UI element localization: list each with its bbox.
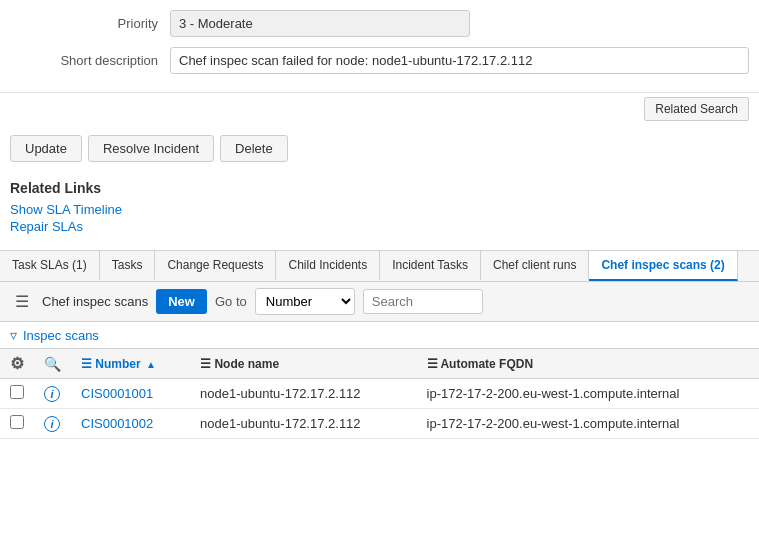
row-node-name-cell: node1-ubuntu-172.17.2.112 [190, 379, 416, 409]
short-description-row: Short description [0, 47, 759, 74]
row-checkbox-cell [0, 409, 34, 439]
gear-icon[interactable]: ⚙ [10, 355, 24, 372]
table-row: i CIS0001001 node1-ubuntu-172.17.2.112 i… [0, 379, 759, 409]
row-number-link-0[interactable]: CIS0001001 [81, 386, 153, 401]
row-info-cell: i [34, 409, 71, 439]
tab-task-slas[interactable]: Task SLAs (1) [0, 251, 100, 281]
table-header-row: ⚙ 🔍 ☰ Number ▲ ☰ Node name ☰ Automate FQ… [0, 349, 759, 379]
delete-button[interactable]: Delete [220, 135, 288, 162]
short-description-label: Short description [10, 53, 170, 68]
tab-chef-inspec-scans[interactable]: Chef inspec scans (2) [589, 251, 737, 281]
automate-fqdn-column-label: Automate FQDN [440, 357, 533, 371]
action-buttons: Update Resolve Incident Delete [0, 125, 759, 174]
goto-label: Go to [215, 294, 247, 309]
tab-incident-tasks[interactable]: Incident Tasks [380, 251, 481, 281]
number-column-header[interactable]: ☰ Number ▲ [71, 349, 190, 379]
filter-label: Inspec scans [23, 328, 99, 343]
goto-select[interactable]: Number Name ID [255, 288, 355, 315]
row-number-cell: CIS0001001 [71, 379, 190, 409]
short-description-input[interactable] [170, 47, 749, 74]
priority-label: Priority [10, 16, 170, 31]
tab-tasks[interactable]: Tasks [100, 251, 156, 281]
row-checkbox-0[interactable] [10, 385, 24, 399]
row-number-cell: CIS0001002 [71, 409, 190, 439]
related-search-button[interactable]: Related Search [644, 97, 749, 121]
tab-toolbar-label: Chef inspec scans [42, 294, 148, 309]
data-table: ⚙ 🔍 ☰ Number ▲ ☰ Node name ☰ Automate FQ… [0, 348, 759, 439]
search-input[interactable] [363, 289, 483, 314]
node-name-column-header: ☰ Node name [190, 349, 416, 379]
filter-icon[interactable]: ▿ [10, 327, 17, 343]
form-section: Priority Short description [0, 0, 759, 92]
table-row: i CIS0001002 node1-ubuntu-172.17.2.112 i… [0, 409, 759, 439]
number-column-label: Number [95, 357, 140, 371]
tab-toolbar: ☰ Chef inspec scans New Go to Number Nam… [0, 282, 759, 322]
repair-slas-link[interactable]: Repair SLAs [10, 219, 749, 234]
search-icon[interactable]: 🔍 [44, 356, 61, 372]
row-checkbox-1[interactable] [10, 415, 24, 429]
priority-input[interactable] [170, 10, 470, 37]
related-search-bar: Related Search [0, 92, 759, 125]
show-sla-timeline-link[interactable]: Show SLA Timeline [10, 202, 749, 217]
sort-arrow-icon: ▲ [146, 359, 156, 370]
row-checkbox-cell [0, 379, 34, 409]
new-button[interactable]: New [156, 289, 207, 314]
filter-row: ▿ Inspec scans [0, 322, 759, 348]
node-name-column-label: Node name [214, 357, 279, 371]
info-icon-1[interactable]: i [44, 416, 60, 432]
tab-chef-client-runs[interactable]: Chef client runs [481, 251, 589, 281]
related-links-section: Related Links Show SLA Timeline Repair S… [0, 174, 759, 246]
priority-row: Priority [0, 10, 759, 37]
resolve-incident-button[interactable]: Resolve Incident [88, 135, 214, 162]
tab-child-incidents[interactable]: Child Incidents [276, 251, 380, 281]
info-icon-0[interactable]: i [44, 386, 60, 402]
row-node-name-cell: node1-ubuntu-172.17.2.112 [190, 409, 416, 439]
row-automate-fqdn-cell: ip-172-17-2-200.eu-west-1.compute.intern… [417, 379, 759, 409]
tabs-container: Task SLAs (1)TasksChange RequestsChild I… [0, 250, 759, 439]
tab-change-requests[interactable]: Change Requests [155, 251, 276, 281]
gear-column: ⚙ [0, 349, 34, 379]
automate-fqdn-column-header: ☰ Automate FQDN [417, 349, 759, 379]
hamburger-menu-button[interactable]: ☰ [10, 289, 34, 314]
row-info-cell: i [34, 379, 71, 409]
row-automate-fqdn-cell: ip-172-17-2-200.eu-west-1.compute.intern… [417, 409, 759, 439]
related-links-title: Related Links [10, 180, 749, 196]
tabs-bar: Task SLAs (1)TasksChange RequestsChild I… [0, 251, 759, 282]
update-button[interactable]: Update [10, 135, 82, 162]
search-column: 🔍 [34, 349, 71, 379]
row-number-link-1[interactable]: CIS0001002 [81, 416, 153, 431]
